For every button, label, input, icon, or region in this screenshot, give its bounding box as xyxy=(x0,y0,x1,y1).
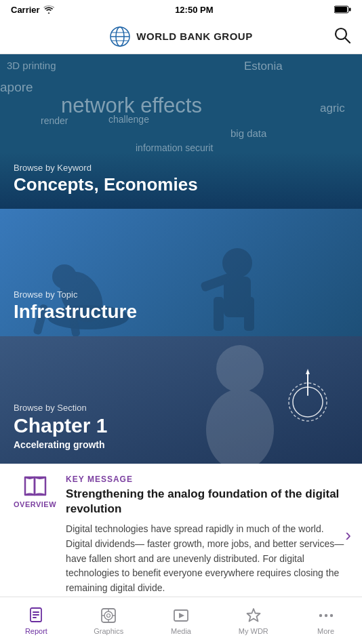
hero-chapter-section[interactable]: Browse by Section Chapter 1 Accelerating… xyxy=(0,336,362,464)
key-message-content: KEY MESSAGE Strengthening the analog fou… xyxy=(66,475,348,596)
infra-browse-title: Infrastructure xyxy=(14,301,348,323)
overview-book-icon xyxy=(22,475,48,498)
keywords-browse-title: Concepts, Economies xyxy=(14,174,348,195)
tab-more[interactable]: More xyxy=(289,597,362,644)
chapter-browse-label: Browse by Section xyxy=(14,403,348,413)
battery-icon xyxy=(334,5,351,14)
star-icon xyxy=(245,607,262,624)
keyword-render: render xyxy=(41,115,68,126)
report-tab-label: Report xyxy=(25,627,47,635)
svg-marker-38 xyxy=(179,613,184,618)
status-time: 12:50 PM xyxy=(175,5,213,15)
keyword-apore: apore xyxy=(0,80,33,95)
infra-browse-label: Browse by Topic xyxy=(14,289,348,300)
graphics-icon xyxy=(100,607,117,624)
key-message-card[interactable]: OVERVIEW KEY MESSAGE Strengthening the a… xyxy=(0,464,362,607)
svg-rect-29 xyxy=(33,617,37,618)
more-tab-label: More xyxy=(317,627,334,635)
svg-rect-27 xyxy=(33,611,39,613)
report-icon xyxy=(27,607,45,624)
svg-marker-39 xyxy=(247,609,260,622)
svg-point-20 xyxy=(216,345,264,393)
key-message-body: Digital technologies have spread rapidly… xyxy=(66,522,348,595)
keyword-agric: agric xyxy=(320,102,345,115)
wifi-icon xyxy=(43,5,54,14)
tab-graphics[interactable]: Graphics xyxy=(73,597,145,644)
svg-point-32 xyxy=(107,613,110,617)
search-button[interactable] xyxy=(334,26,351,47)
overview-icon-wrap: OVERVIEW xyxy=(14,475,56,508)
media-tab-label: Media xyxy=(171,627,191,635)
svg-line-9 xyxy=(345,38,350,43)
svg-point-41 xyxy=(324,613,327,616)
tab-report[interactable]: Report xyxy=(0,597,73,644)
svg-point-42 xyxy=(329,613,332,616)
status-carrier-wifi: Carrier xyxy=(11,5,54,15)
tab-media[interactable]: Media xyxy=(145,597,218,644)
media-icon xyxy=(172,607,190,624)
search-icon xyxy=(334,26,351,44)
header-logo-area: WORLD BANK GROUP xyxy=(109,26,252,47)
keyword-challenge: challenge xyxy=(108,114,149,125)
chapter-overlay: Browse by Section Chapter 1 Accelerating… xyxy=(0,392,362,464)
keyword-bigdata: big data xyxy=(230,127,266,139)
infrastructure-overlay: Browse by Topic Infrastructure xyxy=(0,279,362,336)
svg-point-40 xyxy=(319,613,321,616)
keyword-3dprinting: 3D printing xyxy=(7,60,56,71)
svg-rect-28 xyxy=(33,614,39,616)
app-header: WORLD BANK GROUP xyxy=(0,19,362,54)
tab-mywdr[interactable]: My WDR xyxy=(217,597,289,644)
carrier-label: Carrier xyxy=(11,5,40,15)
key-message-label: KEY MESSAGE xyxy=(66,475,348,484)
graphics-tab-label: Graphics xyxy=(94,627,123,635)
svg-rect-2 xyxy=(335,7,347,12)
world-bank-globe-icon xyxy=(109,26,131,47)
overview-label: OVERVIEW xyxy=(14,500,56,508)
hero-infrastructure-section[interactable]: Browse by Topic Infrastructure xyxy=(0,209,362,336)
key-message-title: Strengthening the analog foundation of t… xyxy=(66,487,348,517)
svg-point-31 xyxy=(104,611,113,620)
keywords-overlay: Browse by Keyword Concepts, Economies xyxy=(0,152,362,209)
keywords-browse-label: Browse by Keyword xyxy=(14,163,348,173)
key-message-arrow[interactable]: › xyxy=(345,525,351,546)
status-battery xyxy=(334,5,351,14)
chapter-subtitle: Accelerating growth xyxy=(14,439,348,450)
keyword-estonia: Estonia xyxy=(244,60,283,73)
svg-rect-1 xyxy=(349,8,351,12)
more-icon xyxy=(317,607,335,624)
chapter-title: Chapter 1 xyxy=(14,414,348,437)
hero-keywords-section[interactable]: 3D printing Estonia apore network effect… xyxy=(0,54,362,209)
header-title: WORLD BANK GROUP xyxy=(136,31,252,42)
mywdr-tab-label: My WDR xyxy=(239,627,268,635)
status-bar: Carrier 12:50 PM xyxy=(0,0,362,19)
tab-bar: Report Graphics Media My WDR xyxy=(0,597,362,644)
svg-marker-25 xyxy=(306,369,310,374)
